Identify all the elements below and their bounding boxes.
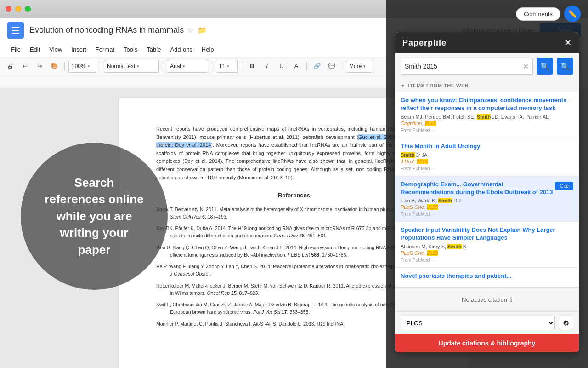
menu-format[interactable]: Format (92, 44, 118, 55)
result-authors: Smith Jr JA (401, 152, 573, 158)
result-title: Novel psoriasis therapies and patient... (401, 272, 573, 280)
extra-search-button[interactable]: 🔍 (557, 58, 573, 75)
results-section: ▼ ITEMS FROM THE WEB Go when you know: C… (395, 79, 579, 287)
traffic-lights (6, 6, 31, 12)
gear-icon: ⚙ (563, 319, 569, 328)
folder-icon[interactable]: 📁 (198, 26, 207, 34)
link-button[interactable]: 🔗 (311, 60, 323, 73)
menu-insert[interactable]: Insert (68, 44, 90, 55)
pencil-icon: ✏️ (568, 10, 577, 18)
doc-title: Evolution of noncoding RNAs in mammals (29, 25, 184, 35)
result-journal: PLoS One, 2015 (401, 204, 573, 210)
result-journal: PLoS One, 2015 (401, 250, 573, 256)
star-icon[interactable]: ☆ (187, 26, 194, 34)
menu-file[interactable]: File (7, 44, 24, 55)
menu-edit[interactable]: Edit (26, 44, 44, 55)
style-dropdown[interactable]: Normal text ▾ (104, 60, 159, 73)
italic-button[interactable]: I (260, 60, 273, 73)
result-source: From PubMed ··· (401, 258, 573, 263)
update-citations-button[interactable]: Update citations & bibliography (395, 334, 579, 352)
close-button[interactable] (6, 6, 11, 12)
result-item[interactable]: Cite Demographic Exam... Governmental Re… (395, 176, 579, 222)
triangle-icon: ▼ (401, 83, 405, 88)
pencil-icon-button[interactable]: ✏️ (564, 6, 581, 22)
extra-search-icon: 🔍 (560, 62, 570, 71)
result-journal: Cognition, 2015 (401, 121, 573, 126)
paperpile-header: Paperplile ✕ (395, 32, 579, 53)
close-icon[interactable]: ✕ (565, 38, 571, 48)
search-input-wrapper[interactable]: ✕ (401, 58, 533, 75)
journal-dropdown[interactable]: PLOS (401, 316, 555, 330)
paint-format-button[interactable]: 🎨 (48, 60, 61, 73)
minimize-button[interactable] (15, 6, 21, 12)
paperpile-box: Paperplile ✕ ✕ 🔍 🔍 ▼ ITEMS FROM THE WEB (395, 32, 579, 352)
docs-logo (7, 22, 24, 39)
menu-addons[interactable]: Add-ons (166, 44, 196, 55)
result-item[interactable]: Go when you know: Chimpanzees' confidenc… (395, 92, 579, 138)
section-header: ▼ ITEMS FROM THE WEB (395, 79, 579, 92)
undo-button[interactable]: ↩ (18, 60, 31, 73)
bottom-section: No active citation ℹ (395, 287, 579, 311)
menu-view[interactable]: View (45, 44, 66, 55)
result-title: Speaker Input Variability Does Not Expla… (401, 226, 573, 242)
bold-button[interactable]: B (246, 60, 259, 73)
menu-help[interactable]: Help (198, 44, 218, 55)
comment-button[interactable]: 💬 (325, 60, 338, 73)
underline-button[interactable]: U (275, 60, 288, 73)
search-button[interactable]: 🔍 (537, 58, 553, 75)
comments-button[interactable]: Comments (516, 7, 560, 21)
no-citation-area: No active citation ℹ (401, 292, 573, 307)
result-title: This Month in Adult Urology (401, 143, 573, 150)
result-item[interactable]: Novel psoriasis therapies and patient... (395, 268, 579, 287)
paperpile-logo: Paperplile (402, 38, 447, 48)
font-color-button[interactable]: A (290, 60, 303, 73)
result-source: From PubMed ··· (401, 212, 573, 217)
result-title: Go when you know: Chimpanzees' confidenc… (401, 97, 573, 112)
no-citation-text: No active citation (462, 296, 507, 303)
more-dropdown[interactable]: More ▾ (346, 60, 373, 73)
result-authors: Tian A, Wada K, Smith DR (401, 198, 573, 203)
settings-button[interactable]: ⚙ (559, 316, 573, 330)
redo-button[interactable]: ↪ (33, 60, 46, 73)
result-source: From PubMed ··· (401, 166, 573, 171)
fullscreen-button[interactable] (25, 6, 31, 12)
search-input[interactable] (405, 63, 523, 70)
menu-table[interactable]: Table (143, 44, 164, 55)
result-journal: J Urol, 2015 (401, 159, 573, 164)
clear-icon[interactable]: ✕ (523, 62, 529, 71)
cite-button[interactable]: Cite (555, 182, 573, 190)
paperpile-panel: Comments ✏️ Paperplile ✕ ✕ 🔍 🔍 (386, 0, 588, 368)
size-dropdown[interactable]: 11 ▾ (216, 60, 238, 73)
result-title: Demographic Exam... Governmental Recomme… (401, 181, 573, 196)
result-authors: Beran MJ, Perdue BM, Futch SE, Smith JD,… (401, 114, 573, 120)
menu-tools[interactable]: Tools (120, 44, 141, 55)
result-source: From PubMed ··· (401, 128, 573, 133)
zoom-dropdown[interactable]: 100% ▾ (68, 60, 96, 73)
bottom-toolbar: PLOS ⚙ (395, 311, 579, 334)
search-bar: ✕ 🔍 🔍 (395, 53, 579, 79)
panel-top-bar: Comments ✏️ (386, 0, 588, 28)
print-button[interactable]: 🖨 (4, 60, 17, 73)
search-icon: 🔍 (540, 62, 549, 71)
result-item[interactable]: Speaker Input Variability Does Not Expla… (395, 222, 579, 268)
info-icon: ℹ (510, 296, 512, 303)
font-dropdown[interactable]: Arial ▾ (167, 60, 208, 73)
result-item[interactable]: This Month in Adult Urology Smith Jr JA … (395, 138, 579, 176)
result-authors: Atkinson M, Kirby S, Smith K (401, 244, 573, 249)
